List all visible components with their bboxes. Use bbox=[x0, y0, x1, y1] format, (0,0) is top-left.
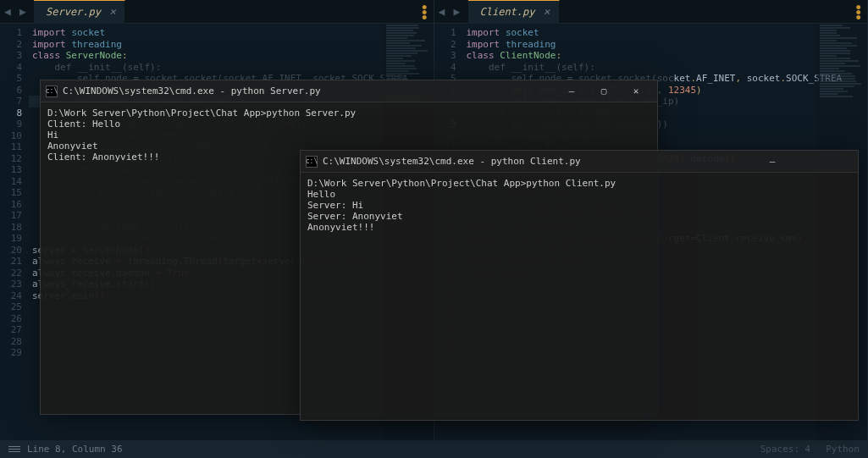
tab-label: Client.py bbox=[480, 6, 535, 18]
terminal-titlebar[interactable]: c:\ C:\WINDOWS\system32\cmd.exe - python… bbox=[301, 151, 858, 173]
maximize-button[interactable]: ▢ bbox=[588, 80, 620, 102]
minimize-button[interactable]: — bbox=[556, 80, 588, 102]
tab-client-py[interactable]: Client.py × bbox=[468, 0, 560, 24]
tab-label: Server.py bbox=[46, 6, 101, 18]
nav-back-icon[interactable]: ◀ bbox=[434, 5, 450, 18]
terminal-output[interactable]: D:\Work Server\Python\Project\Chat App>p… bbox=[301, 173, 858, 238]
menu-icon[interactable] bbox=[8, 444, 20, 454]
tabbar-right: ◀ ▶ Client.py × ••• bbox=[434, 0, 868, 24]
tabbar-left: ◀ ▶ Server.py × ••• bbox=[0, 0, 434, 24]
gutter: 1234567891011121314151617181920212223242… bbox=[0, 24, 32, 440]
terminal-title: C:\WINDOWS\system32\cmd.exe - python Cli… bbox=[323, 156, 581, 167]
terminal-titlebar[interactable]: c:\ C:\WINDOWS\system32\cmd.exe - python… bbox=[41, 80, 657, 102]
minimize-button[interactable]: — bbox=[756, 151, 788, 173]
tab-server-py[interactable]: Server.py × bbox=[34, 0, 125, 24]
nav-fwd-icon[interactable]: ▶ bbox=[450, 5, 465, 18]
close-button[interactable]: ✕ bbox=[620, 80, 652, 102]
kebab-icon[interactable]: ••• bbox=[855, 5, 862, 20]
terminal-client[interactable]: c:\ C:\WINDOWS\system32\cmd.exe - python… bbox=[300, 150, 859, 421]
cmd-icon: c:\ bbox=[46, 86, 58, 97]
status-lang[interactable]: Python bbox=[826, 444, 860, 455]
nav-fwd-icon[interactable]: ▶ bbox=[15, 5, 30, 18]
terminal-title: C:\WINDOWS\system32\cmd.exe - python Ser… bbox=[63, 86, 321, 97]
kebab-icon[interactable]: ••• bbox=[421, 5, 428, 20]
close-icon[interactable]: × bbox=[542, 7, 552, 17]
cmd-icon: c:\ bbox=[306, 156, 318, 168]
status-position[interactable]: Line 8, Column 36 bbox=[27, 444, 123, 455]
close-icon[interactable]: × bbox=[108, 7, 118, 17]
nav-back-icon[interactable]: ◀ bbox=[0, 5, 15, 18]
status-spaces[interactable]: Spaces: 4 bbox=[760, 444, 811, 455]
statusbar: Line 8, Column 36 Spaces: 4 Python bbox=[0, 440, 868, 458]
